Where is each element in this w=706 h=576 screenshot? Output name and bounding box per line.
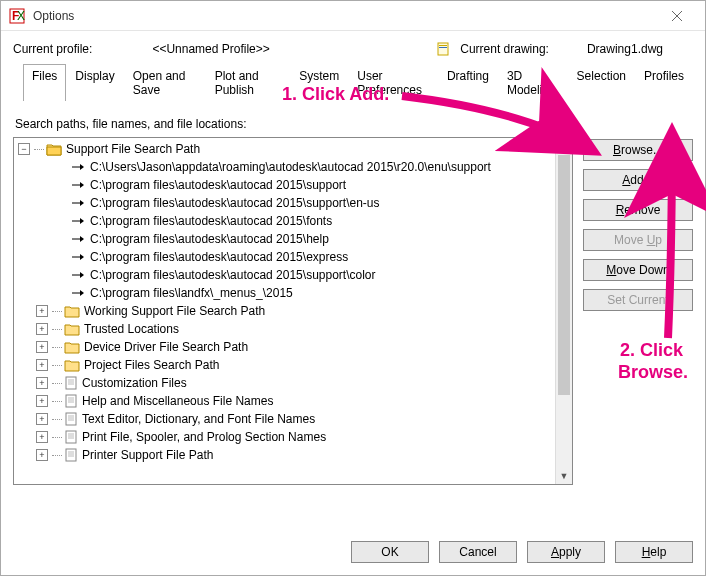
tree-item[interactable]: Help and Miscellaneous File Names xyxy=(82,394,273,408)
remove-button[interactable]: Remove xyxy=(583,199,693,221)
svg-rect-28 xyxy=(66,431,76,443)
drawing-label: Current drawing: xyxy=(460,42,549,56)
svg-rect-6 xyxy=(439,45,447,46)
tree-item[interactable]: Working Support File Search Path xyxy=(84,304,265,318)
tree-item[interactable]: Printer Support File Path xyxy=(82,448,213,462)
tree-toggle[interactable]: + xyxy=(36,359,48,371)
tab-body-files: Search paths, file names, and file locat… xyxy=(13,101,693,517)
tree-item[interactable]: Trusted Locations xyxy=(84,322,179,336)
folder-icon xyxy=(64,340,80,354)
scroll-down-button[interactable]: ▼ xyxy=(556,467,572,484)
drawing-value: Drawing1.dwg xyxy=(587,42,663,56)
tree-item[interactable]: Text Editor, Dictionary, and Font File N… xyxy=(82,412,315,426)
profile-row: Current profile: <<Unnamed Profile>> Cur… xyxy=(13,41,693,57)
tree-path-item[interactable]: C:\program files\autodesk\autocad 2015\h… xyxy=(90,232,329,246)
move-up-button: Move Up xyxy=(583,229,693,251)
tree-path-item[interactable]: C:\program files\autodesk\autocad 2015\e… xyxy=(90,250,348,264)
app-icon: FX xyxy=(9,8,25,24)
vertical-scrollbar[interactable]: ▲ ▼ xyxy=(555,138,572,484)
tree-toggle[interactable]: + xyxy=(36,431,48,443)
search-paths-label: Search paths, file names, and file locat… xyxy=(15,117,693,131)
document-icon xyxy=(64,448,78,462)
document-icon xyxy=(64,412,78,426)
document-icon xyxy=(64,430,78,444)
tree-path-item[interactable]: C:\Users\Jason\appdata\roaming\autodesk\… xyxy=(90,160,491,174)
tree-item[interactable]: Device Driver File Search Path xyxy=(84,340,248,354)
tree-item[interactable]: Customization Files xyxy=(82,376,187,390)
tree-toggle[interactable]: + xyxy=(36,341,48,353)
folder-icon xyxy=(64,358,80,372)
ok-button[interactable]: OK xyxy=(351,541,429,563)
path-arrow-icon xyxy=(70,215,86,227)
tab-user-preferences[interactable]: User Preferences xyxy=(348,64,438,101)
path-arrow-icon xyxy=(70,161,86,173)
tab-3d-modeling[interactable]: 3D Modeling xyxy=(498,64,568,101)
svg-text:X: X xyxy=(17,9,25,23)
path-arrow-icon xyxy=(70,269,86,281)
path-arrow-icon xyxy=(70,287,86,299)
svg-rect-5 xyxy=(438,43,448,55)
svg-rect-24 xyxy=(66,413,76,425)
tree-view[interactable]: −Support File Search PathC:\Users\Jason\… xyxy=(13,137,573,485)
tree-item[interactable]: Project Files Search Path xyxy=(84,358,219,372)
tree-toggle[interactable]: + xyxy=(36,305,48,317)
cancel-button[interactable]: Cancel xyxy=(439,541,517,563)
tree-toggle[interactable]: + xyxy=(36,377,48,389)
path-arrow-icon xyxy=(70,179,86,191)
tab-system[interactable]: System xyxy=(290,64,348,101)
help-button[interactable]: Help xyxy=(615,541,693,563)
tree-toggle[interactable]: + xyxy=(36,323,48,335)
dialog-button-row: OK Cancel Apply Help xyxy=(1,529,705,575)
window-title: Options xyxy=(33,9,657,23)
browse-button[interactable]: Browse... xyxy=(583,139,693,161)
tree-toggle[interactable]: + xyxy=(36,413,48,425)
svg-rect-32 xyxy=(66,449,76,461)
tab-files[interactable]: Files xyxy=(23,64,66,101)
drawing-icon xyxy=(436,41,452,57)
tree-path-item[interactable]: C:\program files\autodesk\autocad 2015\f… xyxy=(90,214,332,228)
scroll-thumb[interactable] xyxy=(558,155,570,395)
tree-path-item[interactable]: C:\program files\autodesk\autocad 2015\s… xyxy=(90,268,376,282)
apply-button[interactable]: Apply xyxy=(527,541,605,563)
profile-label: Current profile: xyxy=(13,42,92,56)
side-button-panel: Browse... Add... Remove Move Up Move Dow… xyxy=(583,137,693,485)
tree-path-item[interactable]: C:\program files\landfx\_menus_\2015 xyxy=(90,286,293,300)
tab-strip: FilesDisplayOpen and SavePlot and Publis… xyxy=(23,63,693,101)
svg-rect-16 xyxy=(66,377,76,389)
tab-open-and-save[interactable]: Open and Save xyxy=(124,64,206,101)
svg-rect-20 xyxy=(66,395,76,407)
path-arrow-icon xyxy=(70,233,86,245)
folder-icon xyxy=(64,304,80,318)
profile-value: <<Unnamed Profile>> xyxy=(152,42,269,56)
tab-plot-and-publish[interactable]: Plot and Publish xyxy=(206,64,291,101)
set-current-button: Set Current xyxy=(583,289,693,311)
tree-toggle[interactable]: + xyxy=(36,395,48,407)
tab-display[interactable]: Display xyxy=(66,64,123,101)
tab-selection[interactable]: Selection xyxy=(568,64,635,101)
document-icon xyxy=(64,394,78,408)
dialog-content: Current profile: <<Unnamed Profile>> Cur… xyxy=(1,31,705,529)
tree-item[interactable]: Print File, Spooler, and Prolog Section … xyxy=(82,430,326,444)
options-dialog: FX Options Current profile: <<Unnamed Pr… xyxy=(0,0,706,576)
tree-item-support-root[interactable]: Support File Search Path xyxy=(66,142,200,156)
titlebar: FX Options xyxy=(1,1,705,31)
tree-path-item[interactable]: C:\program files\autodesk\autocad 2015\s… xyxy=(90,196,380,210)
path-arrow-icon xyxy=(70,197,86,209)
tree-toggle[interactable]: + xyxy=(36,449,48,461)
document-icon xyxy=(64,376,78,390)
scroll-up-button[interactable]: ▲ xyxy=(556,138,572,155)
svg-rect-7 xyxy=(439,47,447,48)
tree-path-item[interactable]: C:\program files\autodesk\autocad 2015\s… xyxy=(90,178,346,192)
tree-toggle[interactable]: − xyxy=(18,143,30,155)
move-down-button[interactable]: Move Down xyxy=(583,259,693,281)
close-button[interactable] xyxy=(657,2,697,30)
tab-drafting[interactable]: Drafting xyxy=(438,64,498,101)
tab-profiles[interactable]: Profiles xyxy=(635,64,693,101)
path-arrow-icon xyxy=(70,251,86,263)
folder-icon xyxy=(64,322,80,336)
add-button[interactable]: Add... xyxy=(583,169,693,191)
folder-icon xyxy=(46,142,62,156)
